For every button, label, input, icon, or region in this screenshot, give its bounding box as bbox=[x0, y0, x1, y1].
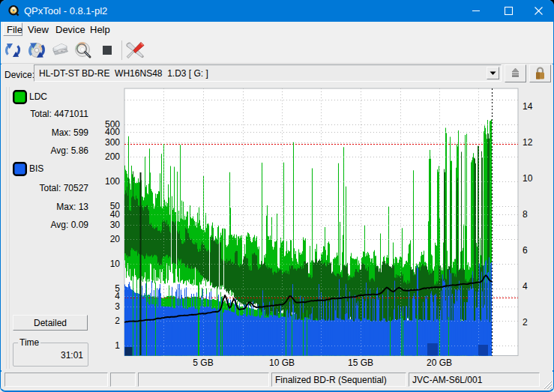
svg-text:8: 8 bbox=[523, 209, 528, 220]
svg-text:6: 6 bbox=[523, 245, 528, 256]
svg-text:15 GB: 15 GB bbox=[348, 358, 373, 368]
svg-text:3: 3 bbox=[115, 301, 120, 312]
svg-text:10: 10 bbox=[110, 259, 121, 269]
svg-text:20: 20 bbox=[110, 234, 121, 244]
svg-text:30: 30 bbox=[110, 220, 121, 230]
svg-text:200: 200 bbox=[105, 151, 120, 162]
svg-text:14: 14 bbox=[523, 101, 533, 112]
svg-text:100: 100 bbox=[105, 176, 120, 187]
svg-text:4: 4 bbox=[523, 281, 528, 292]
svg-text:40: 40 bbox=[110, 209, 121, 220]
svg-text:300: 300 bbox=[105, 137, 120, 148]
svg-text:2: 2 bbox=[115, 316, 120, 326]
svg-text:10 GB: 10 GB bbox=[269, 358, 295, 368]
svg-text:4: 4 bbox=[115, 291, 120, 301]
svg-text:10: 10 bbox=[523, 173, 533, 184]
svg-text:12: 12 bbox=[523, 137, 533, 148]
svg-text:400: 400 bbox=[105, 127, 120, 137]
svg-text:1: 1 bbox=[115, 340, 120, 351]
svg-text:20 GB: 20 GB bbox=[427, 358, 452, 368]
svg-text:2: 2 bbox=[523, 317, 528, 328]
svg-text:5 GB: 5 GB bbox=[193, 358, 213, 368]
